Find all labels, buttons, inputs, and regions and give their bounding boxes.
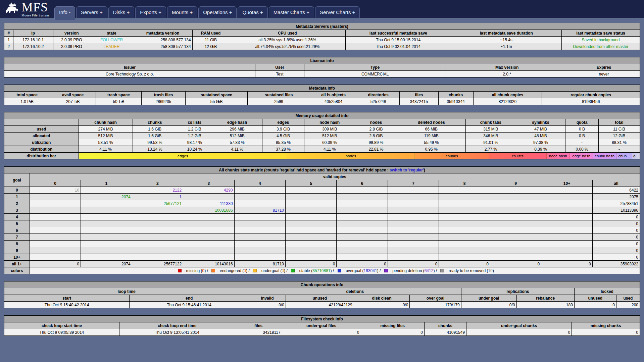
col-header[interactable]: last metadata save status xyxy=(561,30,640,37)
cell xyxy=(490,200,541,207)
col-header: total xyxy=(598,119,640,126)
cell: 296 MiB xyxy=(212,126,262,133)
cell: 0 xyxy=(282,329,361,336)
cell xyxy=(183,214,234,220)
cell: 6422 xyxy=(592,187,640,194)
cell: never xyxy=(568,71,640,77)
cell xyxy=(30,194,81,200)
cell: 346 MiB xyxy=(466,133,516,139)
cell: 0 xyxy=(541,261,592,267)
cell xyxy=(337,194,388,200)
tab-mounts[interactable]: Mounts + xyxy=(167,6,197,18)
cell: 99.53 % xyxy=(133,139,177,146)
cell xyxy=(286,214,337,220)
bar-segment: edge hash xyxy=(570,153,593,159)
col-header: 7 xyxy=(388,180,439,187)
top-navbar: MFS Moose File System Info - Servers + D… xyxy=(0,0,644,18)
cell: 55.49 % xyxy=(397,139,466,146)
cell xyxy=(388,207,439,214)
col-header[interactable]: CPU used xyxy=(229,30,346,37)
cell xyxy=(81,227,132,234)
cell: 2074 xyxy=(81,194,132,200)
col-header[interactable]: last successful metadata save xyxy=(346,30,451,37)
tab-exports[interactable]: Exports + xyxy=(135,6,166,18)
col-header[interactable]: # xyxy=(4,30,13,37)
table-row: distribution4.11 %13.24 %10.24 %4.11 %37… xyxy=(4,146,640,153)
table-row: 70 xyxy=(4,234,640,241)
cell: 2 xyxy=(4,43,13,50)
tab-disks[interactable]: Disks + xyxy=(108,6,135,18)
table-row: 40 xyxy=(4,214,640,220)
cell: 1.6 GiB xyxy=(133,133,177,139)
cell xyxy=(541,207,592,214)
tab-info[interactable]: Info - xyxy=(54,6,75,20)
col-header: symlinks xyxy=(516,119,565,126)
col-header[interactable]: version xyxy=(53,30,90,37)
cell: 81936456 xyxy=(542,98,640,105)
cell: 1 xyxy=(4,37,13,43)
cell xyxy=(234,187,285,194)
row-label: distribution bar xyxy=(4,153,79,159)
legend-text: 193041 xyxy=(364,268,377,273)
cell xyxy=(337,254,388,261)
cell: 180 xyxy=(516,302,574,308)
table-row: Thu Oct 9 15:40:42 2014Thu Oct 9 15:46:4… xyxy=(4,302,640,308)
cell xyxy=(541,247,592,254)
col-header[interactable]: ip xyxy=(13,30,53,37)
col-header: 8 xyxy=(439,180,490,187)
tab-servers[interactable]: Servers + xyxy=(76,6,107,18)
cell: 66 MiB xyxy=(397,126,466,133)
tab-quotas[interactable]: Quotas + xyxy=(238,6,267,18)
col-header: sustained files xyxy=(248,92,310,98)
cell: 10031686 xyxy=(183,207,234,214)
cell: 0 B xyxy=(565,133,598,139)
cell xyxy=(286,194,337,200)
cell: 81710 xyxy=(234,261,285,267)
cell xyxy=(234,194,285,200)
stable-swatch-icon xyxy=(291,269,295,272)
col-header: files xyxy=(400,92,439,98)
cell: 0 xyxy=(572,329,640,336)
col-header[interactable]: state xyxy=(90,30,133,37)
col-header: disk clean xyxy=(354,295,410,302)
metadata_servers-title: Metadata Servers (masters) xyxy=(4,23,640,30)
cell xyxy=(81,234,132,241)
cell xyxy=(388,214,439,220)
cell xyxy=(541,214,592,220)
col-header: valid copies xyxy=(30,173,640,180)
cell: 25788451 xyxy=(592,200,640,207)
col-header: all chunk copies xyxy=(473,92,542,98)
cell: 97.38 % xyxy=(516,139,565,146)
tab-server-charts[interactable]: Server Charts + xyxy=(315,6,360,18)
cell xyxy=(183,194,234,200)
cell: 0 xyxy=(574,302,616,308)
cell xyxy=(132,220,183,227)
col-header: edges xyxy=(262,119,304,126)
cell: 172.16.10.2 xyxy=(13,43,53,50)
cell: LEADER xyxy=(90,43,133,50)
cell: Downloaded from other master xyxy=(561,43,640,50)
cell: 0 xyxy=(592,227,640,234)
cell: 207 TiB xyxy=(50,98,96,105)
cell xyxy=(541,194,592,200)
tab-master-charts[interactable]: Master Charts + xyxy=(269,6,314,18)
cell xyxy=(132,241,183,247)
cell: 0 xyxy=(286,261,337,267)
switch-to-regular-link[interactable]: switch to 'regular' xyxy=(390,168,424,172)
memory-distribution-bar-cell: edgesnodeschunkscs listsnode hashedge ha… xyxy=(79,153,640,159)
cell xyxy=(234,220,285,227)
col-header[interactable]: metadata version xyxy=(133,30,192,37)
cell xyxy=(490,234,541,241)
col-header[interactable]: last metadata save duration xyxy=(451,30,562,37)
row-label: 0 xyxy=(4,187,30,194)
legend-text: - ready to be removed ( xyxy=(445,268,488,273)
col-header: User xyxy=(255,64,304,71)
col-header[interactable]: RAM used xyxy=(192,30,229,37)
cell: 3.9 GiB xyxy=(262,126,304,133)
cell xyxy=(30,200,81,207)
tab-operations[interactable]: Operations + xyxy=(198,6,237,18)
table-row: Core Technology Sp. z o.o.TestCOMMERCIAL… xyxy=(4,71,640,77)
bar-segment-label: node hash xyxy=(549,154,567,158)
row-label: 7 xyxy=(4,234,30,241)
col-header: 6 xyxy=(337,180,388,187)
